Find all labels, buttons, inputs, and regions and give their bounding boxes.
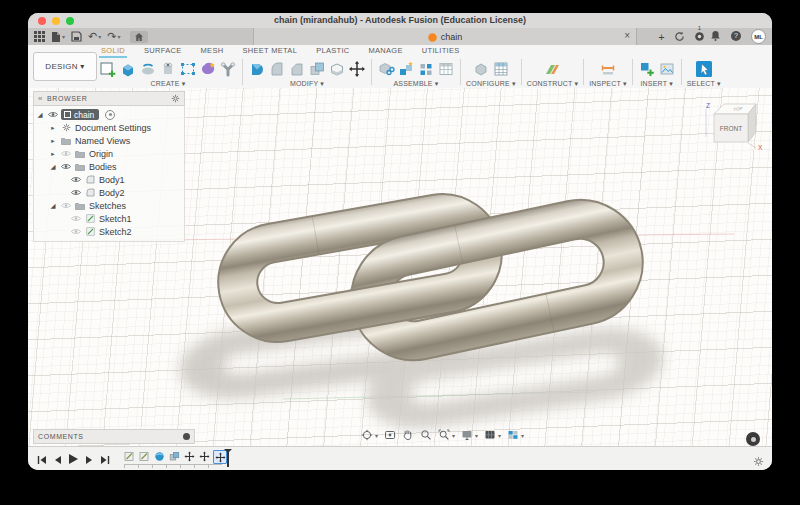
- help-icon[interactable]: ?: [730, 28, 742, 46]
- job-status-icon[interactable]: 1: [694, 31, 701, 42]
- tree-row-origin[interactable]: ▸ Origin: [34, 147, 184, 160]
- timeline-feature-sweep[interactable]: [153, 450, 165, 462]
- tree-row-sketches[interactable]: ◢ Sketches: [34, 199, 184, 212]
- group-label-select[interactable]: SELECT ▾: [687, 80, 721, 88]
- save-button[interactable]: [71, 31, 82, 42]
- timeline-step-back-button[interactable]: [53, 451, 62, 469]
- joint-icon[interactable]: [397, 60, 415, 78]
- timeline-ruler[interactable]: [124, 464, 222, 468]
- timeline-go-to-start-button[interactable]: [37, 451, 47, 469]
- timeline-feature-sketch2[interactable]: [138, 450, 150, 462]
- insert-canvas-icon[interactable]: [658, 60, 676, 78]
- hole-icon[interactable]: [159, 60, 177, 78]
- press-pull-icon[interactable]: [248, 60, 266, 78]
- expand-icon[interactable]: ▸: [49, 150, 57, 158]
- configuration-block-icon[interactable]: [472, 60, 490, 78]
- assistant-button[interactable]: [746, 432, 760, 446]
- tree-row-named-views[interactable]: ▸ Named Views: [34, 134, 184, 147]
- fillet-icon[interactable]: [268, 60, 286, 78]
- group-label-modify[interactable]: MODIFY ▾: [290, 80, 324, 88]
- configuration-table-icon[interactable]: [492, 60, 510, 78]
- move-icon[interactable]: [348, 60, 366, 78]
- undo-button[interactable]: ↶▾: [88, 30, 101, 43]
- grid-snaps-button[interactable]: ▾: [484, 429, 501, 441]
- expand-icon[interactable]: ◢: [36, 111, 44, 119]
- group-label-assemble[interactable]: ASSEMBLE ▾: [393, 80, 438, 88]
- visibility-eye-icon[interactable]: [47, 111, 58, 118]
- extrude-icon[interactable]: [119, 60, 137, 78]
- activate-component-radio[interactable]: [105, 110, 115, 120]
- expand-icon[interactable]: ◢: [49, 163, 57, 171]
- chamfer-icon[interactable]: [288, 60, 306, 78]
- pattern-icon[interactable]: [179, 60, 197, 78]
- visibility-eye-icon[interactable]: [60, 163, 71, 170]
- app-grid-icon[interactable]: [34, 31, 45, 42]
- sync-status-icon[interactable]: [674, 28, 685, 46]
- notifications-bell-icon[interactable]: [710, 28, 721, 46]
- timeline-feature-move2[interactable]: [198, 450, 210, 462]
- visibility-eye-icon[interactable]: [70, 189, 81, 196]
- tab-solid[interactable]: SOLID: [99, 46, 127, 58]
- viewports-button[interactable]: ▾: [507, 429, 524, 441]
- view-cube[interactable]: Z TOP FRONT X: [698, 94, 768, 160]
- user-avatar[interactable]: ML: [751, 29, 766, 44]
- comments-panel[interactable]: COMMENTS: [33, 429, 195, 444]
- tab-sheet-metal[interactable]: SHEET METAL: [240, 46, 299, 58]
- visibility-eye-icon[interactable]: [60, 150, 71, 157]
- tree-row-body2[interactable]: Body2: [34, 186, 184, 199]
- browser-header[interactable]: « BROWSER: [33, 91, 185, 106]
- timeline-settings-gear-icon[interactable]: [753, 453, 764, 470]
- timeline-playhead[interactable]: [224, 449, 232, 467]
- group-label-inspect[interactable]: INSPECT ▾: [589, 80, 626, 88]
- motion-study-icon[interactable]: [437, 60, 455, 78]
- rigid-group-icon[interactable]: [417, 60, 435, 78]
- tree-row-body1[interactable]: Body1: [34, 173, 184, 186]
- close-tab-icon[interactable]: ×: [624, 28, 630, 45]
- group-label-configure[interactable]: CONFIGURE ▾: [466, 80, 516, 88]
- file-menu-button[interactable]: ▾: [51, 31, 65, 43]
- pan-button[interactable]: [402, 429, 414, 441]
- tree-row-sketch2[interactable]: Sketch2: [34, 225, 184, 238]
- display-settings-button[interactable]: ▾: [461, 429, 478, 441]
- timeline-play-button[interactable]: [68, 451, 79, 469]
- timeline-step-forward-button[interactable]: [85, 451, 94, 469]
- home-view-button[interactable]: [130, 31, 148, 43]
- expand-icon[interactable]: ▸: [49, 137, 57, 145]
- look-at-button[interactable]: [384, 429, 396, 441]
- collapse-panel-icon[interactable]: «: [38, 94, 43, 103]
- visibility-eye-icon[interactable]: [70, 176, 81, 183]
- combine-icon[interactable]: [308, 60, 326, 78]
- new-component-icon[interactable]: [377, 60, 395, 78]
- pipe-icon[interactable]: [219, 60, 237, 78]
- redo-button[interactable]: ↷▾: [107, 30, 120, 43]
- timeline-go-to-end-button[interactable]: [100, 451, 110, 469]
- tab-plastic[interactable]: PLASTIC: [314, 46, 351, 58]
- timeline-feature-move1[interactable]: [183, 450, 195, 462]
- fit-button[interactable]: ▾: [438, 429, 455, 441]
- measure-icon[interactable]: [599, 60, 617, 78]
- tree-row-root[interactable]: ◢ chain: [34, 108, 184, 121]
- workspace-mode-button[interactable]: DESIGN ▾: [33, 52, 97, 81]
- tree-row-sketch1[interactable]: Sketch1: [34, 212, 184, 225]
- revolve-icon[interactable]: [139, 60, 157, 78]
- tree-row-document-settings[interactable]: ▸ Document Settings: [34, 121, 184, 134]
- group-label-create[interactable]: CREATE ▾: [151, 80, 186, 88]
- visibility-eye-icon[interactable]: [60, 202, 71, 209]
- visibility-eye-icon[interactable]: [70, 228, 81, 235]
- group-label-construct[interactable]: CONSTRUCT ▾: [527, 80, 578, 88]
- tab-utilities[interactable]: UTILITIES: [420, 46, 462, 58]
- tab-surface[interactable]: SURFACE: [142, 46, 184, 58]
- expand-icon[interactable]: ◢: [49, 202, 57, 210]
- timeline-feature-sketch1[interactable]: [123, 450, 135, 462]
- root-component[interactable]: chain: [61, 109, 99, 120]
- shell-icon[interactable]: [328, 60, 346, 78]
- document-tab-chain[interactable]: chain ×: [253, 28, 637, 45]
- tab-manage[interactable]: MANAGE: [367, 46, 405, 58]
- create-form-icon[interactable]: [199, 60, 217, 78]
- new-tab-button[interactable]: +: [658, 31, 664, 43]
- visibility-eye-icon[interactable]: [70, 215, 81, 222]
- create-sketch-icon[interactable]: [99, 60, 117, 78]
- insert-derive-icon[interactable]: [638, 60, 656, 78]
- browser-settings-gear-icon[interactable]: [171, 94, 180, 103]
- model-canvas[interactable]: « BROWSER ◢ chain ▸ D: [28, 88, 772, 446]
